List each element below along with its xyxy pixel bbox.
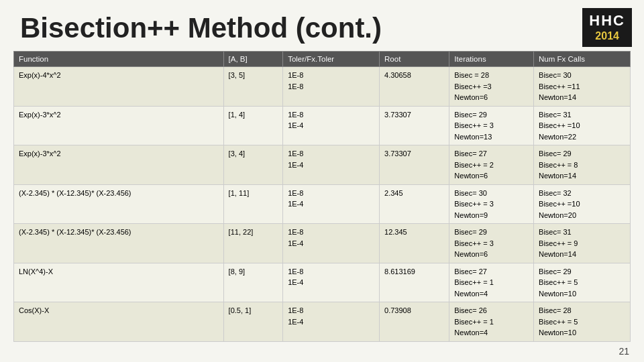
cell-root: 4.30658 — [380, 67, 449, 107]
cell-numfx: Bisec= 29Bisec++ = 8Newton=14 — [534, 145, 631, 185]
col-header-ab: [A, B] — [223, 52, 283, 67]
cell-numfx: Bisec= 32Bisec++ =10Newton=20 — [534, 184, 631, 224]
cell-iterations: Bisec= 26Bisec++ = 1Newton=4 — [449, 302, 534, 342]
cell-function: Exp(x)-3*x^2 — [14, 106, 224, 145]
cell-function: Cos(X)-X — [14, 302, 224, 342]
table-row: LN(X^4)-X[8, 9]1E-81E-48.613169Bisec= 27… — [14, 263, 631, 302]
cell-root: 3.73307 — [380, 145, 449, 185]
cell-iterations: Bisec= 27Bisec++ = 1Newton=4 — [449, 263, 534, 302]
col-header-iterations: Iterations — [449, 52, 534, 67]
cell-numfx: Bisec= 31Bisec++ =10Newton=22 — [534, 106, 631, 145]
table-wrapper: Function [A, B] Toler/Fx.Toler Root Iter… — [0, 51, 644, 342]
col-header-root: Root — [380, 52, 449, 67]
cell-numfx: Bisec= 31Bisec++ = 9Newton=14 — [534, 224, 631, 263]
table-header-row: Function [A, B] Toler/Fx.Toler Root Iter… — [14, 52, 631, 67]
cell-toler: 1E-81E-4 — [283, 145, 380, 185]
col-header-toler: Toler/Fx.Toler — [283, 52, 380, 67]
cell-function: (X-2.345) * (X-12.345)* (X-23.456) — [14, 224, 224, 263]
logo-year: 2014 — [589, 29, 625, 42]
cell-ab: [1, 4] — [223, 106, 283, 145]
table-row: Cos(X)-X[0.5, 1]1E-81E-40.73908Bisec= 26… — [14, 302, 631, 342]
cell-root: 0.73908 — [380, 302, 449, 342]
cell-ab: [1, 11] — [223, 184, 283, 224]
table-row: Exp(x)-3*x^2[1, 4]1E-81E-43.73307Bisec= … — [14, 106, 631, 145]
cell-toler: 1E-81E-4 — [283, 263, 380, 302]
cell-toler: 1E-81E-4 — [283, 184, 380, 224]
cell-toler: 1E-81E-4 — [283, 106, 380, 145]
cell-numfx: Bisec= 28Bisec++ = 5Newton=10 — [534, 302, 631, 342]
cell-ab: [3, 5] — [223, 67, 283, 107]
cell-root: 3.73307 — [380, 106, 449, 145]
cell-ab: [0.5, 1] — [223, 302, 283, 342]
title: Bisection++ Method (cont.) — [0, 0, 644, 51]
cell-function: Exp(x)-3*x^2 — [14, 145, 224, 185]
page-number: 21 — [619, 346, 629, 357]
cell-iterations: Bisec= 27Bisec++ = 2Newton=6 — [449, 145, 534, 185]
table-row: Exp(x)-4*x^2[3, 5]1E-81E-84.30658Bisec =… — [14, 67, 631, 107]
cell-iterations: Bisec = 28Bisec++ =3Newton=6 — [449, 67, 534, 107]
cell-ab: [11, 22] — [223, 224, 283, 263]
cell-iterations: Bisec= 30Bisec++ = 3Newton=9 — [449, 184, 534, 224]
cell-function: LN(X^4)-X — [14, 263, 224, 302]
cell-iterations: Bisec= 29Bisec++ = 3Newton=6 — [449, 224, 534, 263]
cell-numfx: Bisec= 29Bisec++ = 5Newton=10 — [534, 263, 631, 302]
cell-numfx: Bisec= 30Bisec++ =11Newton=14 — [534, 67, 631, 107]
cell-iterations: Bisec= 29Bisec++ = 3Newton=13 — [449, 106, 534, 145]
table-row: (X-2.345) * (X-12.345)* (X-23.456)[11, 2… — [14, 224, 631, 263]
cell-toler: 1E-81E-4 — [283, 302, 380, 342]
cell-toler: 1E-81E-8 — [283, 67, 380, 107]
cell-function: Exp(x)-4*x^2 — [14, 67, 224, 107]
cell-root: 2.345 — [380, 184, 449, 224]
cell-root: 8.613169 — [380, 263, 449, 302]
cell-ab: [8, 9] — [223, 263, 283, 302]
table-row: (X-2.345) * (X-12.345)* (X-23.456)[1, 11… — [14, 184, 631, 224]
logo-brand: HHC — [589, 12, 625, 29]
data-table: Function [A, B] Toler/Fx.Toler Root Iter… — [13, 51, 631, 342]
col-header-numfx: Num Fx Calls — [534, 52, 631, 67]
cell-function: (X-2.345) * (X-12.345)* (X-23.456) — [14, 184, 224, 224]
col-header-function: Function — [14, 52, 224, 67]
table-row: Exp(x)-3*x^2[3, 4]1E-81E-43.73307Bisec= … — [14, 145, 631, 185]
cell-ab: [3, 4] — [223, 145, 283, 185]
cell-root: 12.345 — [380, 224, 449, 263]
logo: HHC 2014 — [582, 8, 632, 47]
cell-toler: 1E-81E-4 — [283, 224, 380, 263]
